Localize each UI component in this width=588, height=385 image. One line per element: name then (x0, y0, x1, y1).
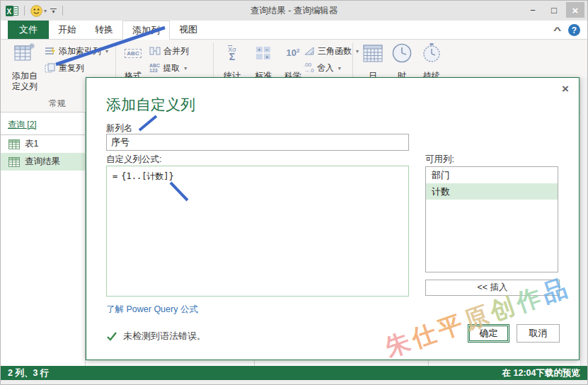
help-icon[interactable]: ? (568, 24, 580, 36)
extract-icon: ABC123 (149, 63, 160, 73)
statistics-icon: Xσ Σ (228, 46, 236, 60)
available-columns-list[interactable]: 部门 计数 (425, 166, 558, 272)
smiley-dropdown-caret-icon: ▾ (44, 8, 47, 14)
statistics-button[interactable]: Xσ Σ 统计 (217, 42, 247, 81)
standard-button[interactable]: 标准 (249, 42, 277, 81)
dialog-close-icon[interactable]: × (562, 82, 569, 96)
standard-icon (255, 46, 271, 60)
formula-equals: = (113, 171, 117, 181)
query-editor-window: X ▾ ▾ 查询结果 - 查询编辑器 (0, 0, 588, 385)
dialog-title: 添加自定义列 (106, 95, 195, 115)
status-right: 在 12:04下载的预览 (502, 367, 580, 379)
queries-pane: 查询 [2] 表1 查询结果 (1, 113, 86, 366)
format-icon: ABC (125, 49, 141, 58)
table-icon (8, 139, 20, 149)
tab-home[interactable]: 开始 (49, 21, 86, 39)
table-icon (8, 157, 20, 167)
available-columns-label: 可用列: (425, 154, 454, 166)
duplicate-column-icon (45, 63, 56, 73)
window-controls: − □ × (524, 2, 584, 18)
titlebar: X ▾ ▾ 查询结果 - 查询编辑器 (1, 1, 587, 21)
new-column-name-input[interactable] (106, 134, 409, 151)
cancel-button[interactable]: 取消 (517, 324, 560, 343)
format-button[interactable]: ABC 格式 (118, 42, 148, 81)
trigonometry-icon (304, 46, 315, 56)
sidebar-item-table1[interactable]: 表1 (1, 135, 85, 153)
column-item-count[interactable]: 计数 (426, 183, 558, 200)
new-column-name-label: 新列名 (106, 122, 133, 134)
add-index-column-button[interactable]: 添加索引列 ▾ (45, 44, 108, 58)
ribbon-collapse-icon[interactable]: ^ (553, 25, 561, 35)
window-bottom-edge (1, 380, 587, 385)
merge-columns-button[interactable]: 合并列 (149, 44, 189, 58)
tab-view[interactable]: 视图 (170, 21, 207, 39)
insert-button[interactable]: << 插入 (425, 280, 560, 296)
preview-scrollbar[interactable] (580, 77, 588, 366)
extract-button[interactable]: ABC123 提取 ▾ (149, 61, 187, 75)
duration-icon (421, 42, 442, 64)
custom-formula-input[interactable]: ={1..[计数]} (106, 166, 409, 297)
syntax-status-text: 未检测到语法错误。 (123, 330, 206, 343)
quick-access-toolbar: X ▾ ▾ (1, 5, 65, 17)
ok-button[interactable]: 确定 (468, 324, 509, 343)
smiley-icon (30, 5, 42, 17)
add-custom-column-button[interactable]: 添加自 定义列 (5, 42, 45, 92)
science-icon: 102 (287, 47, 300, 58)
sidebar-item-query-result[interactable]: 查询结果 (1, 153, 85, 171)
minimize-button[interactable]: − (524, 2, 542, 18)
smiley-feedback-button[interactable]: ▾ (30, 5, 47, 17)
close-button[interactable]: × (566, 2, 584, 18)
date-icon (362, 43, 384, 63)
custom-column-icon (14, 43, 35, 63)
science-button[interactable]: 102 科学 (279, 42, 307, 81)
ribbon-tab-row: 文件 开始 转换 添加列 视图 ^ ? (1, 21, 587, 40)
add-custom-column-dialog: × 添加自定义列 新列名 自定义列公式: ={1..[计数]} 可用列: 部门 … (86, 77, 580, 360)
tab-transform[interactable]: 转换 (86, 21, 122, 39)
formula-text: {1..[计数]} (121, 171, 174, 181)
preview-area-sliver (86, 360, 588, 366)
custom-formula-label: 自定义列公式: (106, 154, 161, 166)
duplicate-column-button[interactable]: 重复列 (45, 61, 84, 75)
maximize-button[interactable]: □ (545, 2, 563, 18)
time-icon (391, 42, 413, 64)
check-icon (106, 331, 117, 341)
rounding-button[interactable]: .00→.0 舍入 ▾ (304, 61, 341, 75)
qat-customize-button[interactable]: ▾ (50, 8, 57, 13)
svg-text:X: X (7, 7, 12, 15)
rounding-icon: .00→.0 (304, 62, 314, 74)
dropdown-caret-icon: ▾ (184, 65, 187, 71)
trigonometry-button[interactable]: 三角函数 ▾ (304, 44, 359, 58)
dropdown-caret-icon: ▾ (338, 65, 341, 71)
qat-separator (24, 6, 25, 16)
queries-pane-header[interactable]: 查询 [2] (1, 113, 85, 135)
merge-columns-icon (149, 46, 161, 56)
learn-power-query-link[interactable]: 了解 Power Query 公式 (106, 304, 198, 316)
qat-separator (62, 6, 63, 16)
window-title: 查询结果 - 查询编辑器 (1, 5, 587, 17)
tab-file[interactable]: 文件 (8, 21, 49, 39)
status-left: 2 列、3 行 (8, 367, 49, 379)
tab-add-column[interactable]: 添加列 (122, 21, 170, 40)
column-item-department[interactable]: 部门 (426, 167, 558, 183)
dropdown-caret-icon: ▾ (105, 48, 108, 54)
syntax-status: 未检测到语法错误。 (106, 330, 206, 343)
excel-logo-icon: X (6, 5, 18, 17)
index-column-icon (45, 46, 56, 56)
status-bar: 2 列、3 行 在 12:04下载的预览 (1, 366, 587, 380)
